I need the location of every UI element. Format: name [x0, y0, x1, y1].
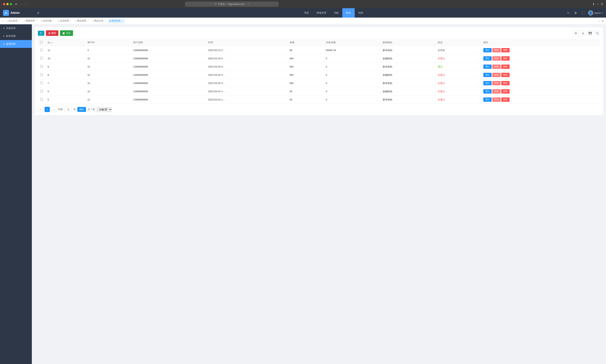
search-button[interactable]: 🔍 — [594, 30, 600, 36]
approve-button[interactable]: 通过 — [483, 56, 492, 61]
nav-item-finance[interactable]: 财务 — [342, 8, 355, 18]
select-all-checkbox[interactable] — [40, 41, 43, 44]
sidebar-toggle-button[interactable]: ⊞ — [14, 2, 18, 6]
action-buttons: 通过 拒绝 删除 — [483, 73, 598, 77]
cell-time: 2022-03-24 1... — [206, 87, 287, 96]
reject-button[interactable]: 拒绝 — [492, 48, 501, 52]
forward-button[interactable]: › — [25, 2, 27, 6]
batch-delete-button[interactable]: 🗑 删除 — [46, 30, 58, 36]
tab-withdrawal-list[interactable]: 提现列表 × — [108, 18, 125, 24]
approve-button[interactable]: 通过 — [483, 89, 492, 93]
column-id[interactable]: ID ↕ — [45, 39, 85, 46]
per-page-select[interactable]: 15条/页 30条/页 50条/页 — [96, 107, 112, 112]
delete-row-button[interactable]: 删除 — [501, 48, 510, 52]
sidebar-item-withdrawal[interactable]: ≡ 提现列表 — [0, 40, 32, 48]
reject-button[interactable]: 拒绝 — [492, 97, 501, 102]
nav-menu-toggle[interactable]: ☰ — [35, 8, 41, 18]
delete-row-button[interactable]: 删除 — [501, 81, 510, 85]
list-icon: ≡ — [3, 35, 4, 38]
refresh-button[interactable]: ↻ — [38, 31, 44, 36]
export-label: 导出 — [66, 31, 71, 35]
tab-close-icon[interactable]: × — [105, 20, 106, 22]
export-button[interactable]: 📋 导出 — [60, 30, 73, 36]
tab-home[interactable]: 后台首页 × — [5, 18, 22, 24]
goto-prefix: 到第 — [58, 108, 63, 111]
list-icon: ≡ — [3, 42, 4, 45]
approve-button[interactable]: 通过 — [483, 81, 492, 85]
print-button[interactable]: 🖨 — [580, 30, 586, 36]
tab-prev-button[interactable]: ‹ — [1, 19, 5, 23]
address-bar[interactable]: 🛡 不安全 — img.koicms.com ↻ — [185, 1, 279, 7]
refresh-icon[interactable]: ↻ — [248, 3, 249, 5]
tab-member-list[interactable]: 会员列表 × — [56, 18, 73, 24]
row-checkbox[interactable] — [40, 73, 43, 76]
row-checkbox[interactable] — [40, 65, 43, 68]
nav-item-shop[interactable]: 商城管理 — [313, 8, 330, 18]
delete-row-button[interactable]: 删除 — [501, 97, 510, 102]
maximize-traffic-light[interactable] — [10, 3, 12, 5]
tab-dot — [75, 20, 76, 22]
tab-close-icon[interactable]: × — [53, 20, 54, 22]
split-view-icon[interactable]: ⧉ — [601, 2, 603, 6]
approve-button[interactable]: 通过 — [483, 73, 492, 77]
sidebar: ≡ 充值列表 ≡ 财务明细 ≡ 提现列表 — [0, 24, 32, 364]
close-traffic-light[interactable] — [3, 3, 5, 5]
tab-close-icon[interactable]: × — [87, 20, 88, 22]
approve-button[interactable]: 通过 — [483, 97, 492, 102]
share-icon[interactable]: ⬆ — [592, 2, 595, 6]
reject-button[interactable]: 拒绝 — [492, 73, 501, 77]
column-wallet: 提现钱包 — [380, 39, 435, 46]
delete-row-button[interactable]: 删除 — [501, 73, 510, 77]
export-icon-button[interactable]: 💾 — [587, 30, 593, 36]
tab-product-category[interactable]: 商品分类 × — [91, 18, 108, 24]
goto-page-input[interactable] — [64, 107, 72, 112]
reject-button[interactable]: 拒绝 — [492, 56, 501, 61]
approve-button[interactable]: 通过 — [483, 48, 492, 52]
pagination-prev-button[interactable]: ‹ — [38, 107, 43, 112]
nav-refresh-button[interactable]: ↻ — [566, 10, 571, 16]
nav-item-system[interactable]: 系统 — [300, 8, 313, 18]
nav-item-function[interactable]: 功能 — [330, 8, 342, 18]
cell-time: 2022-03-25 0... — [206, 63, 287, 71]
cell-current-amount: 0 — [324, 79, 380, 87]
reject-button[interactable]: 拒绝 — [492, 81, 501, 85]
reject-button[interactable]: 拒绝 — [492, 89, 501, 93]
row-checkbox[interactable] — [40, 90, 43, 92]
tab-close-icon[interactable]: × — [70, 20, 71, 22]
table-row: 5 12 13888888886 2022-03-24 1... 40 0 基本… — [38, 96, 600, 104]
pagination-next-button[interactable]: › — [51, 107, 56, 112]
sidebar-item-recharge[interactable]: ≡ 充值列表 — [0, 24, 32, 32]
tab-more-button[interactable]: ▾ — [601, 19, 605, 23]
cell-current-amount: 0 — [324, 96, 380, 104]
row-checkbox[interactable] — [40, 81, 43, 84]
row-checkbox[interactable] — [40, 98, 43, 101]
column-settings-button[interactable]: ⊞ — [573, 30, 579, 36]
delete-row-button[interactable]: 删除 — [501, 65, 510, 69]
user-info[interactable]: 👤 admin ▾ — [588, 10, 603, 15]
tab-close-icon[interactable]: × — [36, 20, 37, 22]
minimize-traffic-light[interactable] — [6, 3, 9, 5]
delete-row-button[interactable]: 删除 — [501, 89, 510, 93]
tab-member-level[interactable]: 会员分级 × — [39, 18, 56, 24]
delete-row-button[interactable]: 删除 — [501, 56, 510, 61]
nav-fullscreen-button[interactable]: ⛶ — [580, 10, 586, 16]
tab-close-icon[interactable]: × — [19, 20, 20, 22]
goto-confirm-button[interactable]: 确定 — [77, 107, 86, 112]
column-time: 时间 — [206, 39, 287, 46]
tab-product-manage[interactable]: 商品管理 × — [73, 18, 90, 24]
row-checkbox[interactable] — [40, 49, 43, 51]
nav-delete-button[interactable]: 🗑 — [573, 10, 578, 16]
nav-item-report[interactable]: 报表 — [355, 8, 367, 18]
tab-next-button[interactable]: › — [598, 19, 601, 23]
tab-close-icon[interactable]: × — [122, 20, 123, 22]
reject-button[interactable]: 拒绝 — [492, 65, 501, 69]
row-checkbox-cell — [38, 54, 45, 63]
approve-button[interactable]: 通过 — [483, 65, 492, 69]
tab-modal[interactable]: 弹窗管理 × — [22, 18, 39, 24]
action-buttons: 通过 拒绝 删除 — [483, 56, 598, 61]
row-checkbox[interactable] — [40, 57, 43, 60]
back-button[interactable]: ‹ — [20, 2, 23, 6]
new-tab-icon[interactable]: + — [597, 2, 599, 6]
pagination-page-1[interactable]: 1 — [45, 107, 50, 112]
sidebar-item-finance-detail[interactable]: ≡ 财务明细 — [0, 32, 32, 40]
